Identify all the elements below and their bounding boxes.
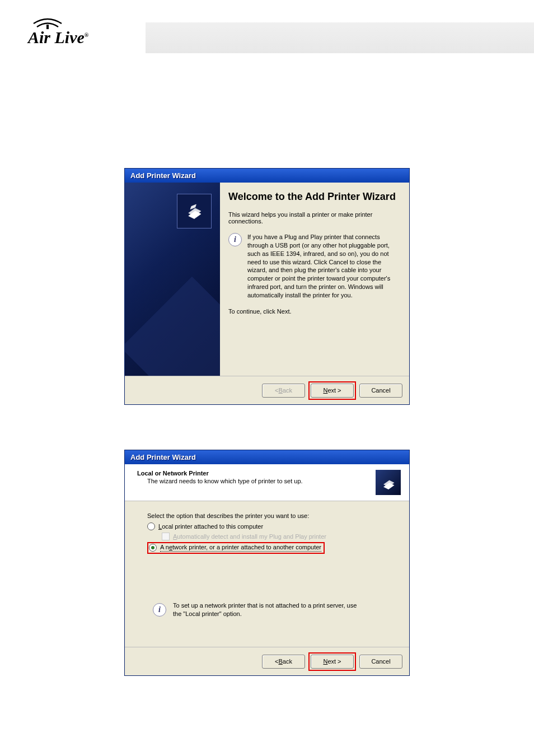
checkbox-icon — [162, 533, 170, 540]
next-button-highlight: Next > — [308, 381, 356, 400]
printer-icon — [177, 194, 212, 228]
wizard-body: Select the option that describes the pri… — [125, 501, 409, 647]
next-button[interactable]: Next > — [311, 655, 354, 669]
titlebar: Add Printer Wizard — [125, 169, 409, 183]
wizard-info-text: If you have a Plug and Play printer that… — [247, 233, 398, 300]
option-network-printer[interactable]: A network printer, or a printer attached… — [160, 544, 321, 552]
brand-name: Air Live — [28, 28, 85, 46]
option-local-printer[interactable]: Local printer attached to this computer — [147, 522, 395, 530]
radio-icon[interactable] — [149, 544, 157, 552]
printer-icon — [376, 470, 401, 495]
wizard-content: Welcome to the Add Printer Wizard This w… — [220, 183, 409, 376]
cancel-button[interactable]: Cancel — [359, 655, 402, 669]
cancel-button[interactable]: Cancel — [359, 384, 402, 398]
wizard-intro: This wizard helps you install a printer … — [228, 211, 398, 225]
sub-header-title: Local or Network Printer — [137, 470, 303, 477]
tip-text: To set up a network printer that is not … — [173, 601, 358, 618]
info-icon: i — [228, 233, 242, 246]
add-printer-wizard-type: Add Printer Wizard Local or Network Prin… — [124, 450, 410, 676]
sub-header: Local or Network Printer The wizard need… — [125, 464, 409, 501]
back-button: < Back — [262, 384, 305, 398]
option-network-printer-highlight: A network printer, or a printer attached… — [147, 542, 325, 554]
sub-header-desc: The wizard needs to know which type of p… — [147, 478, 303, 484]
prompt-text: Select the option that describes the pri… — [147, 512, 395, 519]
wizard-side-graphic — [125, 183, 220, 376]
radio-icon — [147, 522, 155, 530]
reg-mark: ® — [85, 32, 88, 38]
back-button[interactable]: < Back — [262, 655, 305, 669]
titlebar: Add Printer Wizard — [125, 450, 409, 464]
option-autodetect: Automatically detect and install my Plug… — [162, 533, 395, 540]
wizard-heading: Welcome to the Add Printer Wizard — [228, 191, 398, 203]
brand-logo: Air Live® — [28, 11, 534, 47]
continue-text: To continue, click Next. — [228, 308, 398, 315]
info-icon: i — [153, 603, 166, 617]
next-button-highlight: Next > — [308, 652, 356, 671]
page-header: Air Live® — [0, 0, 534, 78]
next-button[interactable]: Next > — [311, 384, 354, 398]
add-printer-wizard-welcome: Add Printer Wizard Welcome to the Add Pr… — [124, 168, 410, 405]
button-bar: < Back Next > Cancel — [125, 647, 409, 675]
button-bar: < Back Next > Cancel — [125, 376, 409, 404]
